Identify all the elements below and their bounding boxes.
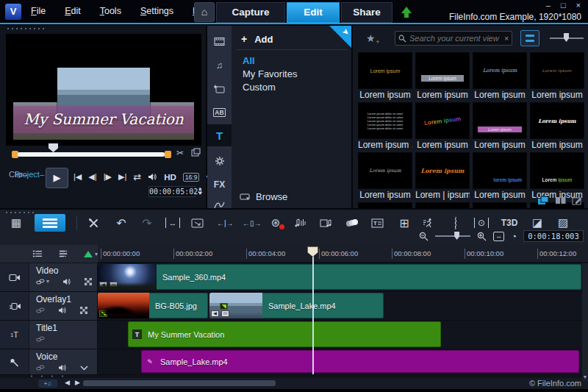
menu-edit[interactable]: Edit <box>65 6 81 16</box>
menu-tools[interactable]: Tools <box>100 6 121 16</box>
split-clip-scissors-icon[interactable]: ✂ <box>176 148 184 158</box>
timeline-ruler[interactable]: ▾ 00:00:00:00 00:00:02:00 00:00:04:00 00… <box>0 245 588 263</box>
home-icon[interactable]: ⌂ <box>194 2 215 22</box>
track-manager-icon[interactable] <box>32 249 43 258</box>
library-item[interactable]: Lorem ipsumLorem ipsum <box>530 52 584 101</box>
library-item[interactable]: Lorem ipsumLorem ipsum <box>530 102 584 151</box>
audio-icon[interactable]: ♫ <box>207 55 232 75</box>
add-to-favorites-icon[interactable]: ★ <box>366 32 376 44</box>
overlay-track-lane[interactable]: BG-B05.jpg ◀ ▭ Sample_Lake.mp4 <box>98 292 582 321</box>
horizontal-scrollbar[interactable] <box>83 380 276 386</box>
link-clips-icon[interactable] <box>36 364 45 371</box>
panel-drag-handle[interactable] <box>6 27 44 30</box>
minimize-button[interactable]: – <box>546 1 551 10</box>
fit-timeline-icon[interactable]: ↔ <box>493 232 504 241</box>
clip-title-my-summer-vacation[interactable]: T My Summer Vacation <box>128 321 441 347</box>
title-track-lane[interactable]: T My Summer Vacation <box>98 321 582 349</box>
trim-clip-icon[interactable]: ←▯→ <box>243 219 257 227</box>
previous-frame-button[interactable]: ◀| <box>88 172 96 182</box>
undo-icon[interactable]: ↶ <box>114 216 129 230</box>
resize-frame-icon[interactable] <box>191 218 206 228</box>
timeline-zoom-handle[interactable] <box>454 232 459 240</box>
track-transparency-icon[interactable] <box>85 278 93 285</box>
loop-button[interactable]: ⇄ <box>133 171 141 182</box>
split-clip-icon[interactable]: ←|→ <box>217 219 232 227</box>
paint-editor-icon[interactable]: ▨ <box>556 216 570 229</box>
track-transparency-icon[interactable] <box>80 307 88 314</box>
instant-project-icon[interactable] <box>207 79 232 99</box>
timecode-spinner[interactable]: ▲ ▼ <box>198 186 202 196</box>
timeline-zoom-slider[interactable] <box>435 235 470 237</box>
sound-mixer-icon[interactable] <box>294 218 309 228</box>
mute-track-icon[interactable] <box>58 307 67 314</box>
play-button[interactable]: ▶ <box>46 168 68 188</box>
search-input[interactable] <box>409 34 501 43</box>
voice-track-header[interactable]: Voice <box>29 349 98 375</box>
dual-pane-view-icon[interactable] <box>555 196 566 204</box>
library-item[interactable]: Lorem ipsumLorem ipsum <box>358 52 412 101</box>
category-custom[interactable]: Custom <box>243 82 276 93</box>
view-toggle-button[interactable] <box>520 30 539 46</box>
link-clips-icon[interactable]: ▾ <box>36 278 49 285</box>
redo-icon[interactable]: ↷ <box>140 216 154 230</box>
video-track-lane[interactable]: ◀ ▭ Sample_360.mp4 <box>98 263 582 292</box>
mute-track-icon[interactable] <box>62 278 71 285</box>
menu-settings[interactable]: Settings <box>140 6 173 16</box>
library-item[interactable]: lorem ipsumLorem ipsum <box>473 152 527 201</box>
storyboard-view-icon[interactable]: ▦ <box>9 216 24 229</box>
library-item[interactable]: Lorem ipsum dolor sit amet Lorem ipsum d… <box>358 102 412 151</box>
paint-creator-icon[interactable]: ◪ <box>530 216 545 229</box>
clip-sample-360[interactable]: ◀ ▭ Sample_360.mp4 <box>98 264 581 290</box>
preview-title-text[interactable]: My Summer Vacation <box>13 104 194 134</box>
motion-tracking-icon[interactable] <box>423 218 437 228</box>
spin-down-icon[interactable]: ▼ <box>198 191 202 196</box>
title-icon[interactable]: T <box>207 124 232 146</box>
transition-morph-icon[interactable] <box>345 219 360 227</box>
ripple-edit-icon[interactable]: ▾ <box>84 251 98 257</box>
split-screen-template-icon[interactable]: ⊞ <box>397 216 412 230</box>
graphics-icon[interactable] <box>207 151 232 171</box>
enlarge-preview-icon[interactable] <box>191 148 201 157</box>
library-item[interactable]: Lorem ipsumLorem ipsum <box>415 52 470 101</box>
library-item[interactable]: Lorem ipsumLorem ipsum <box>473 52 527 101</box>
trim-bar[interactable] <box>18 152 165 157</box>
voice-track-lane[interactable]: ✎ Sample_Lake.mp4 <box>98 349 582 375</box>
category-my-favorites[interactable]: My Favorites <box>243 68 297 79</box>
library-item[interactable]: Lorem ipsumLorem ipsum <box>473 102 527 151</box>
preview-timecode[interactable]: 00:00:05:024 <box>148 186 196 197</box>
trim-end-handle[interactable] <box>165 151 171 158</box>
video-track-header[interactable]: Video ▾ <box>29 263 98 292</box>
library-item[interactable]: Lorem ipsumLorem | ipsum <box>415 152 470 201</box>
clip-sample-lake-overlay[interactable]: ◀ ▭ Sample_Lake.mp4 <box>209 293 384 318</box>
spin-up-icon[interactable]: ▲ <box>198 186 202 191</box>
tab-capture[interactable]: Capture <box>216 2 285 23</box>
link-clips-icon[interactable] <box>36 307 45 314</box>
volume-icon[interactable] <box>148 173 157 181</box>
video-track-icon[interactable] <box>0 263 29 292</box>
media-icon[interactable] <box>207 32 232 51</box>
library-panel-view-icon[interactable] <box>537 196 549 205</box>
scroll-right-icon[interactable]: ▶ <box>75 379 80 386</box>
thumbnail-size-slider-handle[interactable] <box>564 33 569 42</box>
tools-icon[interactable] <box>88 218 103 229</box>
filter-fx-icon[interactable]: FX <box>207 174 232 194</box>
project-duration-timecode[interactable]: 0:00:18:003 <box>523 230 584 242</box>
zoom-out-icon[interactable] <box>419 232 429 241</box>
clip-bg-b05[interactable]: BG-B05.jpg <box>98 293 208 318</box>
scrubber-marker[interactable] <box>49 143 58 152</box>
category-all[interactable]: All <box>243 55 255 66</box>
playhead-line[interactable] <box>312 254 314 374</box>
skip-start-button[interactable]: |◀ <box>74 172 82 182</box>
next-frame-button[interactable]: |▶ <box>104 172 112 182</box>
tab-share[interactable]: Share <box>341 2 392 23</box>
library-item[interactable] <box>473 202 527 208</box>
clip-mode-label[interactable]: Clip– <box>9 171 27 178</box>
mask-creator-icon[interactable] <box>448 217 463 229</box>
library-item[interactable] <box>415 202 470 208</box>
zoom-in-icon[interactable] <box>477 232 487 241</box>
mute-track-icon[interactable] <box>58 364 67 371</box>
transition-icon[interactable]: AB <box>207 102 232 122</box>
library-item[interactable]: Lorem ipsumLorem ipsum <box>415 102 470 151</box>
close-button[interactable]: × <box>576 1 581 10</box>
browse-button[interactable]: Browse <box>240 191 287 202</box>
